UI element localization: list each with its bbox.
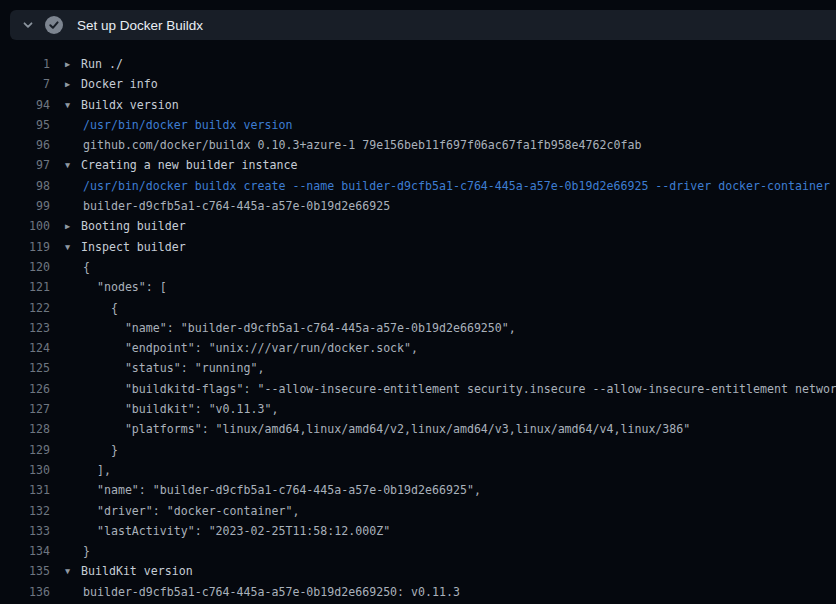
line-number[interactable]: 119 [0, 237, 50, 257]
line-number[interactable]: 126 [0, 379, 50, 399]
line-number[interactable]: 130 [0, 460, 50, 480]
line-number[interactable]: 100 [0, 216, 50, 236]
group-expanded-icon[interactable]: ▼ [65, 155, 77, 175]
line-number[interactable]: 124 [0, 338, 50, 358]
output-text: "status": "running", [83, 358, 836, 378]
log-group-line[interactable]: 94▼Buildx version [0, 95, 836, 115]
log-line: 124 "endpoint": "unix:///var/run/docker.… [0, 338, 836, 358]
output-text: "driver": "docker-container", [83, 501, 836, 521]
log-line: 128 "platforms": "linux/amd64,linux/amd6… [0, 419, 836, 439]
output-text: { [83, 298, 836, 318]
group-expanded-icon[interactable]: ▼ [65, 561, 77, 581]
line-number[interactable]: 132 [0, 501, 50, 521]
line-number[interactable]: 125 [0, 358, 50, 378]
log-output: 1▶Run ./7▶Docker info94▼Buildx version95… [0, 54, 836, 604]
line-number[interactable]: 131 [0, 480, 50, 500]
output-text: "platforms": "linux/amd64,linux/amd64/v2… [83, 419, 836, 439]
line-number[interactable]: 129 [0, 440, 50, 460]
line-number[interactable]: 98 [0, 176, 50, 196]
command-text: /usr/bin/docker buildx create --name bui… [83, 176, 836, 196]
log-line: 134} [0, 541, 836, 561]
log-group-line[interactable]: 135▼BuildKit version [0, 561, 836, 581]
log-group-line[interactable]: 119▼Inspect builder [0, 237, 836, 257]
output-text: "endpoint": "unix:///var/run/docker.sock… [83, 338, 836, 358]
output-text: "nodes": [ [83, 277, 836, 297]
line-number[interactable]: 99 [0, 196, 50, 216]
group-title: Creating a new builder instance [81, 155, 836, 175]
log-line: 98/usr/bin/docker buildx create --name b… [0, 176, 836, 196]
group-title: BuildKit version [81, 561, 836, 581]
group-collapsed-icon[interactable]: ▶ [65, 216, 77, 236]
line-number[interactable]: 94 [0, 95, 50, 115]
log-line: 123 "name": "builder-d9cfb5a1-c764-445a-… [0, 318, 836, 338]
line-number[interactable]: 134 [0, 541, 50, 561]
line-number[interactable]: 95 [0, 115, 50, 135]
step-title: Set up Docker Buildx [77, 18, 203, 33]
log-line: 121 "nodes": [ [0, 277, 836, 297]
group-title: Docker info [81, 74, 836, 94]
output-text: ], [83, 460, 836, 480]
line-number[interactable]: 1 [0, 54, 50, 74]
log-group-line[interactable]: 1▶Run ./ [0, 54, 836, 74]
output-text: { [83, 257, 836, 277]
log-line: 127 "buildkit": "v0.11.3", [0, 399, 836, 419]
output-text: "name": "builder-d9cfb5a1-c764-445a-a57e… [83, 318, 836, 338]
group-title: Inspect builder [81, 237, 836, 257]
log-line: 133 "lastActivity": "2023-02-25T11:58:12… [0, 521, 836, 541]
line-number[interactable]: 128 [0, 419, 50, 439]
chevron-down-icon[interactable] [22, 19, 34, 31]
group-collapsed-icon[interactable]: ▶ [65, 54, 77, 74]
line-number[interactable]: 7 [0, 74, 50, 94]
line-number[interactable]: 96 [0, 135, 50, 155]
log-group-line[interactable]: 97▼Creating a new builder instance [0, 155, 836, 175]
group-title: Run ./ [81, 54, 836, 74]
group-title: Booting builder [81, 216, 836, 236]
log-line: 131 "name": "builder-d9cfb5a1-c764-445a-… [0, 480, 836, 500]
line-number[interactable]: 133 [0, 521, 50, 541]
output-text: github.com/docker/buildx 0.10.3+azure-1 … [83, 135, 836, 155]
log-line: 122 { [0, 298, 836, 318]
output-text: builder-d9cfb5a1-c764-445a-a57e-0b19d2e6… [83, 582, 836, 602]
group-collapsed-icon[interactable]: ▶ [65, 74, 77, 94]
group-expanded-icon[interactable]: ▼ [65, 237, 77, 257]
log-line: 96github.com/docker/buildx 0.10.3+azure-… [0, 135, 836, 155]
group-title: Buildx version [81, 95, 836, 115]
actions-log-viewer: Set up Docker Buildx 1▶Run ./7▶Docker in… [0, 0, 836, 604]
output-text: "lastActivity": "2023-02-25T11:58:12.000… [83, 521, 836, 541]
output-text: "buildkit": "v0.11.3", [83, 399, 836, 419]
line-number[interactable]: 121 [0, 277, 50, 297]
log-group-line[interactable]: 100▶Booting builder [0, 216, 836, 236]
output-text: } [83, 440, 836, 460]
log-line: 99builder-d9cfb5a1-c764-445a-a57e-0b19d2… [0, 196, 836, 216]
line-number[interactable]: 136 [0, 582, 50, 602]
output-text: builder-d9cfb5a1-c764-445a-a57e-0b19d2e6… [83, 196, 836, 216]
check-circle-icon [45, 16, 63, 34]
output-text: "buildkitd-flags": "--allow-insecure-ent… [83, 379, 836, 399]
log-line: 120{ [0, 257, 836, 277]
log-line: 95/usr/bin/docker buildx version [0, 115, 836, 135]
output-text: "name": "builder-d9cfb5a1-c764-445a-a57e… [83, 480, 836, 500]
line-number[interactable]: 97 [0, 155, 50, 175]
log-line: 130 ], [0, 460, 836, 480]
line-number[interactable]: 135 [0, 561, 50, 581]
line-number[interactable]: 127 [0, 399, 50, 419]
log-line: 126 "buildkitd-flags": "--allow-insecure… [0, 379, 836, 399]
line-number[interactable]: 122 [0, 298, 50, 318]
output-text: } [83, 541, 836, 561]
command-text: /usr/bin/docker buildx version [83, 115, 836, 135]
log-line: 136builder-d9cfb5a1-c764-445a-a57e-0b19d… [0, 582, 836, 602]
group-expanded-icon[interactable]: ▼ [65, 95, 77, 115]
line-number[interactable]: 123 [0, 318, 50, 338]
log-line: 129 } [0, 440, 836, 460]
step-header-set-up-docker-buildx[interactable]: Set up Docker Buildx [10, 10, 836, 40]
log-line: 132 "driver": "docker-container", [0, 501, 836, 521]
line-number[interactable]: 120 [0, 257, 50, 277]
log-group-line[interactable]: 7▶Docker info [0, 74, 836, 94]
log-line: 125 "status": "running", [0, 358, 836, 378]
